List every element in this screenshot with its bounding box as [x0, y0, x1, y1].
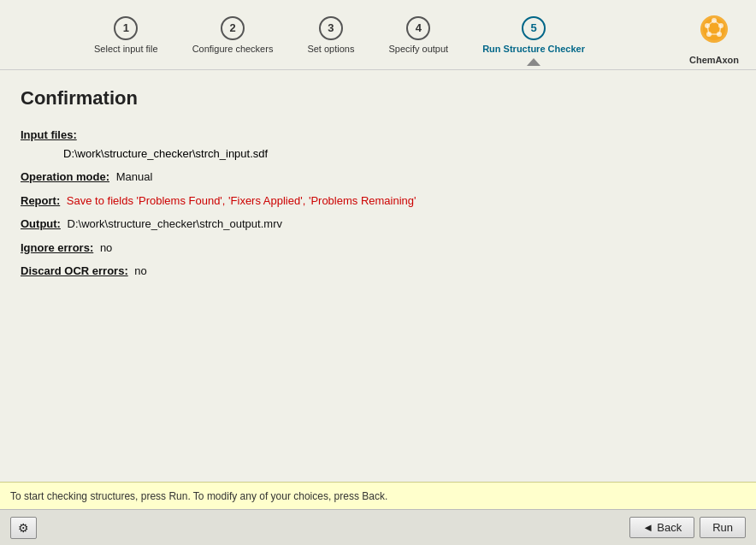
page-title: Confirmation — [21, 87, 735, 110]
step-label-2: Configure checkers — [192, 44, 274, 54]
footer-bar: ⚙ ◄ Back Run — [0, 509, 756, 545]
operation-mode-label: Operation mode: — [21, 170, 109, 183]
ignore-errors-label: Ignore errors: — [21, 241, 93, 254]
run-button[interactable]: Run — [700, 517, 746, 538]
discard-ocr-label: Discard OCR errors: — [21, 264, 128, 277]
output-value: D:\work\structure_checker\strch_output.m… — [68, 217, 282, 230]
report-value: Save to fields 'Problems Found', 'Fixers… — [67, 194, 416, 207]
wizard-header: 1 Select input file 2 Configure checkers… — [0, 0, 756, 70]
step-label-3: Set options — [307, 44, 354, 54]
ignore-errors-row: Ignore errors: no — [21, 240, 735, 257]
step-circle-2: 2 — [221, 16, 245, 40]
discard-ocr-row: Discard OCR errors: no — [21, 263, 735, 280]
confirmation-details: Input files: D:\work\structure_checker\s… — [21, 127, 735, 280]
step-label-1: Select input file — [94, 44, 158, 54]
run-label: Run — [712, 521, 733, 534]
operation-mode-value: Manual — [116, 170, 153, 183]
logo-text: ChemAxon — [689, 55, 739, 65]
discard-ocr-value: no — [134, 264, 146, 277]
wizard-step-2[interactable]: 2 Configure checkers — [192, 16, 274, 54]
input-files-label: Input files: — [21, 128, 77, 141]
input-file-value: D:\work\structure_checker\strch_input.sd… — [63, 145, 735, 163]
wizard-steps: 1 Select input file 2 Configure checkers… — [0, 16, 679, 61]
footer-right-buttons: ◄ Back Run — [629, 517, 746, 538]
step-label-5: Run Structure Checker — [482, 44, 585, 54]
wizard-step-3[interactable]: 3 Set options — [307, 16, 354, 54]
operation-mode-row: Operation mode: Manual — [21, 169, 735, 186]
logo-svg — [694, 12, 735, 53]
input-files-row: Input files: D:\work\structure_checker\s… — [21, 127, 735, 162]
step-circle-1: 1 — [114, 16, 138, 40]
ignore-errors-value: no — [100, 241, 112, 254]
chemaxon-logo: ChemAxon — [679, 12, 756, 65]
wizard-step-5[interactable]: 5 Run Structure Checker — [482, 16, 585, 54]
output-label: Output: — [21, 217, 61, 230]
status-bar: To start checking structures, press Run.… — [0, 482, 756, 509]
wizard-step-1[interactable]: 1 Select input file — [94, 16, 158, 54]
step-circle-4: 4 — [406, 16, 430, 40]
main-content: Confirmation Input files: D:\work\struct… — [0, 70, 756, 482]
back-button[interactable]: ◄ Back — [629, 517, 694, 538]
step-arrow-indicator — [527, 58, 540, 66]
report-row: Report: Save to fields 'Problems Found',… — [21, 193, 735, 210]
gear-icon: ⚙ — [18, 521, 29, 535]
report-label: Report: — [21, 194, 60, 207]
back-label: Back — [657, 521, 682, 534]
wizard-step-4[interactable]: 4 Specify output — [388, 16, 448, 54]
status-message: To start checking structures, press Run.… — [10, 490, 387, 502]
back-arrow-icon: ◄ — [642, 521, 653, 534]
step-label-4: Specify output — [388, 44, 448, 54]
output-row: Output: D:\work\structure_checker\strch_… — [21, 216, 735, 233]
settings-button[interactable]: ⚙ — [10, 517, 37, 539]
step-circle-3: 3 — [319, 16, 343, 40]
step-circle-5: 5 — [522, 16, 546, 40]
